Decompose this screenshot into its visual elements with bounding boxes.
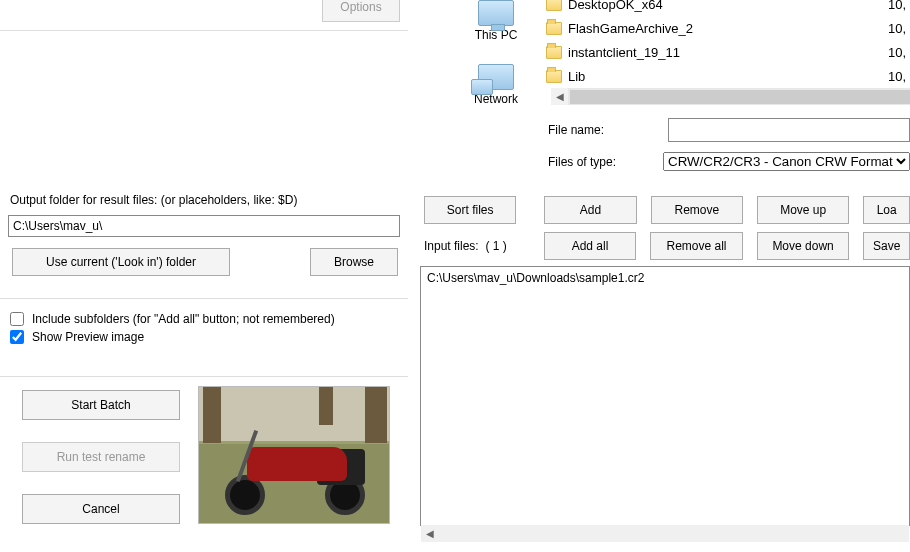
show-preview-checkbox[interactable]	[10, 330, 24, 344]
file-type-select[interactable]: CRW/CR2/CR3 - Canon CRW Format	[663, 152, 910, 171]
list-item[interactable]: C:\Users\mav_u\Downloads\sample1.cr2	[427, 271, 903, 285]
folder-name: DesktopOK_x64	[568, 0, 663, 12]
divider	[0, 298, 408, 299]
move-down-button[interactable]: Move down	[757, 232, 850, 260]
folder-date: 10,	[888, 69, 906, 84]
file-type-label: Files of type:	[548, 155, 653, 169]
sort-files-button[interactable]: Sort files	[424, 196, 516, 224]
folder-date: 10,	[888, 0, 906, 12]
folder-name: FlashGameArchive_2	[568, 21, 693, 36]
add-all-button[interactable]: Add all	[544, 232, 637, 260]
folder-icon	[546, 70, 562, 83]
include-subfolders-label: Include subfolders (for "Add all" button…	[32, 312, 335, 326]
left-panel: Options Output folder for result files: …	[0, 0, 408, 552]
folder-icon	[546, 22, 562, 35]
folder-icon	[546, 0, 562, 11]
file-browser-scrollbar[interactable]: ◀	[551, 88, 910, 105]
browse-button[interactable]: Browse	[310, 248, 398, 276]
file-browser-list[interactable]: DesktopOK_x64 10, FlashGameArchive_2 10,…	[546, 0, 910, 88]
remove-all-button[interactable]: Remove all	[650, 232, 743, 260]
move-up-button[interactable]: Move up	[757, 196, 849, 224]
folder-row[interactable]: FlashGameArchive_2 10,	[546, 16, 910, 40]
run-test-rename-button: Run test rename	[22, 442, 180, 472]
start-batch-button[interactable]: Start Batch	[22, 390, 180, 420]
scroll-left-icon[interactable]: ◀	[421, 525, 438, 542]
network-icon[interactable]	[478, 64, 514, 90]
scroll-left-icon[interactable]: ◀	[551, 88, 568, 105]
scroll-thumb[interactable]	[570, 90, 910, 104]
input-files-label: Input files: ( 1 )	[424, 232, 516, 260]
load-button[interactable]: Loa	[863, 196, 910, 224]
output-folder-input[interactable]	[8, 215, 400, 237]
file-name-label: File name:	[548, 123, 658, 137]
remove-button[interactable]: Remove	[651, 196, 743, 224]
include-subfolders-checkbox[interactable]	[10, 312, 24, 326]
folder-row[interactable]: instantclient_19_11 10,	[546, 40, 910, 64]
folder-row[interactable]: Lib 10,	[546, 64, 910, 88]
network-label[interactable]: Network	[446, 92, 546, 106]
divider	[0, 30, 408, 31]
folder-date: 10,	[888, 45, 906, 60]
output-folder-label: Output folder for result files: (or plac…	[10, 193, 297, 207]
input-files-count: ( 1 )	[485, 239, 506, 253]
file-name-input[interactable]	[668, 118, 910, 142]
divider	[0, 376, 408, 377]
folder-date: 10,	[888, 21, 906, 36]
folder-row[interactable]: DesktopOK_x64 10,	[546, 0, 910, 16]
folder-name: Lib	[568, 69, 585, 84]
show-preview-label: Show Preview image	[32, 330, 144, 344]
input-files-list[interactable]: C:\Users\mav_u\Downloads\sample1.cr2	[420, 266, 910, 526]
input-files-scrollbar[interactable]: ◀	[421, 525, 909, 542]
add-button[interactable]: Add	[544, 196, 636, 224]
folder-name: instantclient_19_11	[568, 45, 680, 60]
folder-icon	[546, 46, 562, 59]
cancel-button[interactable]: Cancel	[22, 494, 180, 524]
options-button: Options	[322, 0, 400, 22]
use-current-folder-button[interactable]: Use current ('Look in') folder	[12, 248, 230, 276]
right-panel: This PC Network DesktopOK_x64 10, FlashG…	[416, 0, 910, 552]
preview-image	[198, 386, 390, 524]
this-pc-icon[interactable]	[478, 0, 514, 26]
save-button[interactable]: Save	[863, 232, 910, 260]
